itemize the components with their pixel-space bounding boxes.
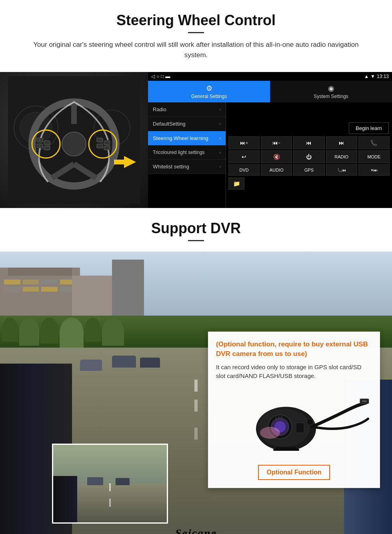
seicane-brand: Seicane bbox=[175, 527, 217, 534]
tab-general[interactable]: ⚙ General Settings bbox=[148, 81, 270, 102]
chevron-icon: › bbox=[220, 107, 221, 112]
steering-controls-area: Begin learn ⏭+ ⏮− ⏮ ⏭ 📞 ↩ 🔇 ⏻ bbox=[226, 102, 392, 208]
tab-system[interactable]: ◉ System Settings bbox=[270, 81, 392, 102]
dvr-camera-image bbox=[216, 387, 372, 459]
begin-learn-button[interactable]: Begin learn bbox=[349, 122, 389, 134]
menu-radio-label: Radio bbox=[153, 106, 166, 112]
svg-point-39 bbox=[260, 427, 280, 439]
menu-item-radio[interactable]: Radio › bbox=[148, 102, 226, 117]
time-display: 13:13 bbox=[377, 74, 389, 79]
gear-icon: ⚙ bbox=[206, 84, 212, 93]
settings-tabs: ⚙ General Settings ◉ System Settings bbox=[148, 81, 392, 102]
svg-point-35 bbox=[307, 419, 313, 425]
steering-wheel-photo: + − bbox=[0, 72, 148, 208]
section1-header: Steering Wheel Control Your original car… bbox=[0, 0, 392, 72]
svg-rect-22 bbox=[114, 160, 126, 164]
control-grid-row1: ⏭+ ⏮− ⏮ ⏭ 📞 bbox=[228, 136, 390, 150]
dvr-camera-svg bbox=[218, 387, 370, 459]
back-icon: ◁ bbox=[151, 74, 155, 79]
dvr-snapshot-scene bbox=[53, 445, 167, 522]
menu-item-defaultsetting[interactable]: DefaultSetting › bbox=[148, 117, 226, 131]
ctrl-radio[interactable]: RADIO bbox=[326, 150, 357, 163]
control-grid-row3: DVD AUDIO GPS 📞⏮ ✕⏭ bbox=[228, 164, 390, 177]
recents-icon: □ bbox=[161, 74, 164, 79]
tab-system-label: System Settings bbox=[314, 94, 348, 99]
chevron-icon: › bbox=[220, 136, 221, 140]
svg-point-8 bbox=[62, 132, 86, 156]
section1-title: Steering Wheel Control bbox=[16, 12, 376, 29]
svg-rect-15 bbox=[44, 146, 50, 150]
optional-function-badge: Optional Function bbox=[258, 465, 330, 480]
chevron-icon: › bbox=[220, 122, 221, 126]
title-divider bbox=[188, 32, 204, 33]
menu-steering-label: Steering Wheel learning bbox=[153, 135, 208, 141]
svg-rect-18 bbox=[97, 144, 103, 148]
ctrl-prev[interactable]: ⏮ bbox=[293, 136, 324, 149]
dvr-description: It can record video only to storage in G… bbox=[216, 363, 372, 381]
android-ui-panel: ◁ ○ □ ▬ ▲ ▼ 13:13 ⚙ General Settings ◉ S… bbox=[148, 72, 392, 208]
car2 bbox=[140, 358, 160, 368]
steering-wheel-scene: + − bbox=[0, 72, 148, 208]
begin-learn-row: Begin learn bbox=[228, 120, 390, 136]
section1: Steering Wheel Control Your original car… bbox=[0, 0, 392, 208]
ctrl-power[interactable]: ⏻ bbox=[293, 150, 324, 163]
menu-item-whitelist[interactable]: Whitelist setting › bbox=[148, 160, 226, 174]
svg-rect-20 bbox=[104, 146, 110, 150]
svg-rect-34 bbox=[296, 423, 304, 433]
menu-default-label: DefaultSetting bbox=[153, 121, 186, 127]
ctrl-next[interactable]: ⏭ bbox=[326, 136, 357, 149]
chevron-icon: › bbox=[220, 150, 221, 155]
whitelist-area: 📁 bbox=[228, 177, 390, 190]
car3 bbox=[80, 360, 102, 371]
chevron-icon: › bbox=[220, 164, 221, 169]
system-icon: ◉ bbox=[328, 84, 334, 93]
menu-whitelist-label: Whitelist setting bbox=[153, 164, 189, 170]
statusbar: ◁ ○ □ ▬ ▲ ▼ 13:13 bbox=[148, 72, 392, 81]
signal-icon: ▲ bbox=[364, 74, 369, 79]
menu-item-steering-wheel[interactable]: Steering Wheel learning › bbox=[148, 131, 226, 146]
section2-title: Support DVR bbox=[16, 220, 376, 237]
menu-tricoloured-label: Tricoloured light settings bbox=[153, 150, 205, 155]
title-divider2 bbox=[188, 240, 204, 241]
dvr-optional-text: (Optional function, require to buy exter… bbox=[216, 340, 372, 359]
ctrl-audio[interactable]: AUDIO bbox=[261, 164, 292, 176]
control-grid-row2: ↩ 🔇 ⏻ RADIO MODE bbox=[228, 150, 390, 164]
section1-subtitle: Your original car's steering wheel contr… bbox=[32, 40, 360, 60]
ctrl-phone-prev[interactable]: 📞⏮ bbox=[326, 164, 357, 176]
svg-rect-19 bbox=[104, 141, 110, 145]
menu-item-tricoloured[interactable]: Tricoloured light settings › bbox=[148, 146, 226, 160]
ctrl-mode[interactable]: MODE bbox=[358, 150, 390, 163]
svg-rect-33 bbox=[362, 400, 367, 402]
svg-rect-17 bbox=[97, 138, 103, 142]
ctrl-mute[interactable]: 🔇 bbox=[261, 150, 292, 163]
wifi-icon: ▼ bbox=[370, 74, 375, 79]
ctrl-phone[interactable]: 📞 bbox=[358, 136, 390, 149]
ctrl-file[interactable]: 📁 bbox=[228, 178, 244, 190]
svg-rect-31 bbox=[273, 449, 299, 451]
tab-general-label: General Settings bbox=[191, 94, 227, 99]
home-icon: ○ bbox=[156, 74, 159, 79]
steering-wheel-svg: + − bbox=[8, 76, 140, 204]
ctrl-vol-up[interactable]: ⏭+ bbox=[228, 136, 260, 149]
menu-icon: ▬ bbox=[166, 74, 170, 79]
car1 bbox=[112, 356, 136, 368]
dvr-content-area: (Optional function, require to buy exter… bbox=[0, 252, 392, 534]
svg-text:+: + bbox=[39, 139, 40, 142]
settings-menu: Radio › DefaultSetting › Steering Wheel … bbox=[148, 102, 226, 208]
menu-controls-area: Radio › DefaultSetting › Steering Wheel … bbox=[148, 102, 392, 208]
dvr-info-card: (Optional function, require to buy exter… bbox=[208, 332, 380, 488]
optional-function-container: Optional Function bbox=[216, 465, 372, 480]
ctrl-dvd[interactable]: DVD bbox=[228, 164, 260, 176]
section2-header: Support DVR bbox=[0, 208, 392, 252]
svg-text:−: − bbox=[39, 145, 40, 148]
ctrl-gps[interactable]: GPS bbox=[293, 164, 324, 176]
svg-rect-14 bbox=[44, 141, 50, 145]
dvr-snapshot bbox=[52, 444, 168, 524]
section2: Support DVR bbox=[0, 208, 392, 534]
ctrl-phone-next[interactable]: ✕⏭ bbox=[358, 164, 390, 176]
ctrl-back[interactable]: ↩ bbox=[228, 150, 260, 163]
ctrl-vol-down[interactable]: ⏮− bbox=[261, 136, 292, 149]
optional-function-label: Optional Function bbox=[267, 469, 322, 476]
steering-composite: + − bbox=[0, 72, 392, 208]
